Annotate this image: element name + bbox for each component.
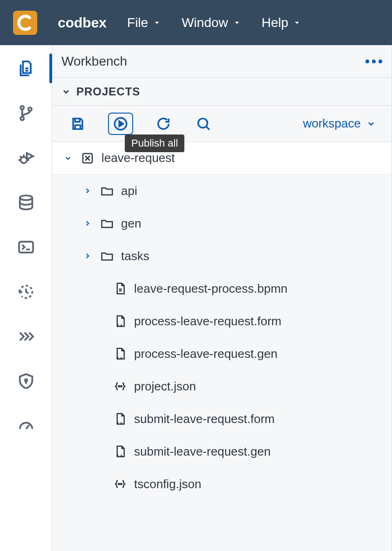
gauge-icon bbox=[17, 417, 35, 435]
tree-root-item[interactable]: leave-request bbox=[52, 142, 392, 175]
svg-point-4 bbox=[20, 195, 32, 200]
tree-file-item[interactable]: leave-request-process.bpmn bbox=[52, 272, 392, 305]
folder-icon bbox=[100, 249, 115, 263]
database-icon bbox=[17, 193, 35, 212]
activity-bar bbox=[0, 45, 52, 551]
file-bpmn-icon bbox=[113, 281, 128, 296]
panel-more-button[interactable] bbox=[365, 60, 382, 63]
dot-icon bbox=[378, 60, 382, 63]
tree-expander[interactable] bbox=[82, 187, 93, 195]
menu-file-label: File bbox=[127, 15, 148, 30]
search-button[interactable] bbox=[194, 114, 213, 134]
tree-folder-item[interactable]: api bbox=[52, 175, 392, 207]
terminal-icon bbox=[17, 238, 35, 256]
file-form-icon bbox=[113, 346, 128, 361]
history-icon bbox=[17, 282, 35, 301]
menu-window-label: Window bbox=[182, 15, 228, 30]
projects-toolbar: workspace Publish all bbox=[52, 106, 392, 142]
tree-folder-item[interactable]: tasks bbox=[52, 240, 392, 272]
chevron-right-icon bbox=[83, 187, 92, 195]
project-icon bbox=[80, 151, 95, 166]
file-form-icon bbox=[113, 411, 128, 426]
publish-tooltip: Publish all bbox=[125, 134, 184, 152]
tree-item-label: leave-request-process.bpmn bbox=[134, 282, 288, 296]
save-all-button[interactable] bbox=[68, 114, 88, 134]
file-form-icon bbox=[113, 444, 128, 459]
tree-folder-item[interactable]: gen bbox=[52, 207, 392, 240]
chevron-down-icon bbox=[233, 19, 241, 27]
publish-all-button[interactable] bbox=[108, 113, 133, 135]
svg-point-11 bbox=[121, 386, 122, 387]
play-circle-icon bbox=[113, 116, 128, 132]
chevron-right-icon bbox=[83, 219, 92, 228]
tree-expander[interactable] bbox=[82, 252, 93, 260]
sidebar-item-git[interactable] bbox=[16, 103, 36, 123]
file-json-icon bbox=[113, 379, 128, 394]
tree-item-label: process-leave-request.form bbox=[134, 314, 281, 329]
tree-item-label: leave-request bbox=[101, 151, 175, 165]
project-tree: leave-request api gen tasks leave-reques… bbox=[52, 142, 392, 551]
tree-item-label: project.json bbox=[134, 379, 196, 394]
shield-lock-icon bbox=[17, 372, 35, 390]
save-icon bbox=[70, 116, 86, 132]
chevron-down-icon bbox=[366, 119, 376, 128]
menu-help[interactable]: Help bbox=[262, 15, 302, 30]
tree-file-item[interactable]: submit-leave-request.form bbox=[52, 403, 392, 435]
refresh-icon bbox=[155, 116, 171, 132]
panel-header: Workbench bbox=[52, 45, 392, 78]
codbex-logo-icon bbox=[16, 14, 34, 32]
svg-point-3 bbox=[20, 157, 27, 163]
sidebar-item-workbench[interactable] bbox=[16, 58, 36, 79]
sidebar-item-database[interactable] bbox=[16, 192, 36, 213]
section-toggle-projects[interactable]: PROJECTS bbox=[52, 78, 392, 106]
menu-file[interactable]: File bbox=[127, 15, 161, 30]
sidebar-item-history[interactable] bbox=[16, 282, 36, 302]
sidebar-item-performance[interactable] bbox=[16, 416, 36, 436]
tree-expander[interactable] bbox=[62, 154, 74, 162]
tree-expander[interactable] bbox=[82, 219, 93, 228]
sidebar-item-debug[interactable] bbox=[16, 148, 36, 168]
app-logo bbox=[13, 11, 37, 35]
tree-item-label: submit-leave-request.form bbox=[134, 412, 275, 426]
tree-item-label: tsconfig.json bbox=[134, 477, 202, 491]
topbar: codbex File Window Help bbox=[0, 0, 392, 45]
tree-file-item[interactable]: tsconfig.json bbox=[52, 468, 392, 500]
chevron-right-icon bbox=[83, 252, 92, 260]
section-label: PROJECTS bbox=[76, 85, 140, 98]
chevron-down-icon bbox=[64, 154, 72, 162]
sidebar-item-workflow[interactable] bbox=[16, 326, 36, 347]
workbench-panel: Workbench PROJECTS bbox=[52, 45, 392, 551]
dot-icon bbox=[372, 60, 376, 63]
svg-rect-5 bbox=[19, 242, 33, 252]
folder-icon bbox=[100, 216, 115, 231]
workspace-label: workspace bbox=[303, 116, 361, 131]
file-json-icon bbox=[113, 477, 128, 491]
file-form-icon bbox=[113, 314, 128, 329]
debug-icon bbox=[17, 148, 35, 167]
menu-window[interactable]: Window bbox=[182, 15, 241, 30]
svg-point-12 bbox=[118, 484, 120, 485]
svg-point-0 bbox=[20, 106, 24, 109]
svg-point-6 bbox=[25, 379, 27, 382]
workspace-selector[interactable]: workspace bbox=[303, 116, 376, 131]
tree-file-item[interactable]: process-leave-request.gen bbox=[52, 337, 392, 370]
tree-item-label: api bbox=[121, 184, 137, 198]
sidebar-item-security[interactable] bbox=[16, 371, 36, 391]
tree-item-label: submit-leave-request.gen bbox=[134, 444, 270, 459]
documents-icon bbox=[17, 59, 35, 78]
tree-file-item[interactable]: process-leave-request.form bbox=[52, 305, 392, 337]
svg-point-13 bbox=[121, 484, 122, 485]
refresh-button[interactable] bbox=[154, 114, 173, 134]
sidebar-item-terminal[interactable] bbox=[16, 237, 36, 257]
search-icon bbox=[196, 116, 211, 132]
tree-file-item[interactable]: project.json bbox=[52, 370, 392, 403]
dot-icon bbox=[365, 60, 369, 63]
chevrons-icon bbox=[17, 327, 35, 346]
tree-file-item[interactable]: submit-leave-request.gen bbox=[52, 435, 392, 468]
git-branch-icon bbox=[17, 104, 35, 122]
panel-title: Workbench bbox=[61, 54, 127, 69]
brand-label: codbex bbox=[58, 15, 107, 31]
tree-item-label: process-leave-request.gen bbox=[134, 347, 277, 361]
svg-point-1 bbox=[20, 117, 24, 120]
tree-item-label: gen bbox=[121, 216, 141, 231]
